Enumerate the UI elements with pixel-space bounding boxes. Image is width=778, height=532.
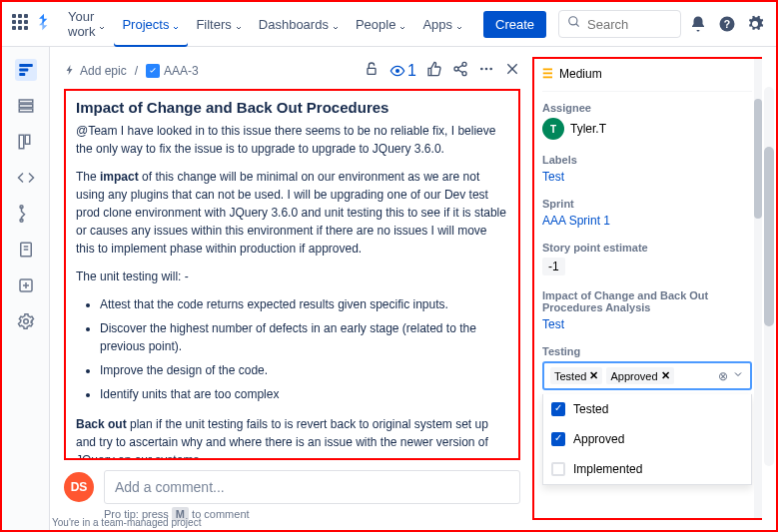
clear-icon[interactable]: ⊗ — [718, 369, 728, 383]
like-icon[interactable] — [426, 61, 442, 81]
chevron-down-icon — [398, 20, 406, 28]
svg-point-28 — [480, 68, 483, 71]
rail-board-icon[interactable] — [15, 131, 37, 153]
checkbox-icon — [551, 462, 565, 476]
breadcrumb: Add epic / AAA-3 — [64, 64, 199, 79]
testing-multiselect[interactable]: Tested ✕Approved ✕ ⊗ — [542, 361, 752, 390]
nav-dashboards[interactable]: Dashboards — [251, 3, 348, 45]
option-tested[interactable]: Tested — [543, 394, 751, 424]
tag-approved: Approved ✕ — [606, 367, 673, 384]
list-item: Attest that the code returns expected re… — [100, 295, 508, 313]
checkbox-icon — [551, 402, 565, 416]
remove-tag-icon[interactable]: ✕ — [661, 369, 670, 382]
svg-point-25 — [462, 72, 466, 76]
rail-settings-icon[interactable] — [15, 310, 37, 332]
svg-text:?: ? — [723, 18, 729, 30]
nav-projects[interactable]: Projects — [114, 3, 188, 45]
list-item: Discover the highest number of defects i… — [100, 319, 508, 355]
chevron-down-icon — [98, 20, 106, 28]
chevron-down-icon — [332, 20, 340, 28]
svg-rect-8 — [19, 105, 33, 108]
lock-icon[interactable] — [364, 61, 380, 81]
list-item: Improve the design of the code. — [100, 361, 508, 379]
remove-tag-icon[interactable]: ✕ — [589, 369, 598, 382]
more-icon[interactable] — [478, 61, 494, 81]
option-implemented[interactable]: Implemented — [543, 454, 751, 484]
svg-rect-4 — [19, 64, 33, 67]
svg-point-24 — [454, 67, 458, 71]
dropdown-options: TestedApprovedImplemented — [542, 394, 752, 485]
issue-key-link[interactable]: AAA-3 — [146, 64, 199, 78]
rail-roadmap-icon[interactable] — [15, 59, 37, 81]
close-icon[interactable] — [504, 61, 520, 81]
nav-your-work[interactable]: Your work — [60, 3, 114, 45]
svg-rect-7 — [19, 100, 33, 103]
watch-button[interactable]: 1 — [389, 62, 416, 80]
svg-point-20 — [23, 319, 28, 324]
svg-rect-10 — [19, 135, 24, 149]
task-icon — [146, 64, 160, 78]
story-point-field[interactable]: -1 — [542, 258, 565, 275]
sprint-field[interactable]: AAA Sprint 1 — [542, 214, 752, 228]
chevron-down-icon — [172, 20, 180, 28]
footer-text: You're in a team-managed project — [52, 517, 201, 528]
share-icon[interactable] — [452, 61, 468, 81]
svg-rect-21 — [368, 68, 376, 74]
rail-releases-icon[interactable] — [15, 203, 37, 225]
svg-rect-11 — [25, 135, 30, 144]
nav-people[interactable]: People — [348, 3, 414, 45]
chevron-down-icon — [235, 20, 243, 28]
list-item: Identify units that are too complex — [100, 385, 508, 403]
help-icon[interactable]: ? — [715, 10, 737, 38]
rail-code-icon[interactable] — [15, 167, 37, 189]
priority-field[interactable]: ☰ Medium — [542, 67, 752, 92]
top-nav: Your work Projects Filters Dashboards Pe… — [2, 2, 776, 47]
svg-line-1 — [576, 24, 579, 27]
main-scrollbar[interactable] — [764, 87, 774, 466]
svg-point-30 — [489, 68, 492, 71]
svg-point-29 — [485, 68, 488, 71]
scrollbar[interactable] — [754, 59, 762, 518]
svg-rect-5 — [19, 69, 28, 72]
impact-field[interactable]: Test — [542, 317, 752, 331]
notifications-icon[interactable] — [687, 10, 709, 38]
add-epic-button[interactable]: Add epic — [64, 64, 127, 79]
svg-rect-6 — [19, 73, 25, 76]
assignee-avatar: T — [542, 118, 564, 140]
jira-logo-icon[interactable] — [34, 12, 54, 36]
lightning-icon — [64, 64, 76, 79]
description-area: Impact of Change and Back Out Procedures… — [64, 89, 520, 460]
rail-add-icon[interactable] — [15, 274, 37, 296]
svg-rect-9 — [19, 109, 33, 112]
details-panel: ☰ Medium Assignee T Tyler.T Labels Test … — [532, 57, 762, 520]
issue-title: Impact of Change and Back Out Procedures — [76, 99, 508, 116]
svg-point-0 — [569, 17, 577, 25]
chevron-down-icon — [455, 20, 463, 28]
chevron-down-icon[interactable] — [732, 368, 744, 383]
priority-medium-icon: ☰ — [542, 67, 553, 81]
nav-filters[interactable]: Filters — [188, 3, 250, 45]
svg-point-22 — [395, 69, 399, 73]
svg-point-23 — [462, 62, 466, 66]
search-icon — [567, 15, 581, 33]
svg-line-27 — [458, 70, 463, 73]
assignee-field[interactable]: T Tyler.T — [542, 118, 752, 140]
svg-line-26 — [458, 65, 463, 68]
rail-pages-icon[interactable] — [15, 239, 37, 261]
option-approved[interactable]: Approved — [543, 424, 751, 454]
left-rail — [2, 47, 50, 530]
rail-backlog-icon[interactable] — [15, 95, 37, 117]
labels-field[interactable]: Test — [542, 170, 752, 184]
user-avatar: DS — [64, 472, 94, 502]
tag-tested: Tested ✕ — [550, 367, 602, 384]
settings-icon[interactable] — [744, 10, 766, 38]
search-box[interactable] — [558, 10, 681, 38]
checkbox-icon — [551, 432, 565, 446]
create-button[interactable]: Create — [483, 11, 546, 38]
comment-input[interactable]: Add a comment... — [104, 470, 520, 504]
search-input[interactable] — [587, 17, 672, 32]
nav-apps[interactable]: Apps — [414, 3, 471, 45]
app-switcher-icon[interactable] — [12, 14, 28, 34]
